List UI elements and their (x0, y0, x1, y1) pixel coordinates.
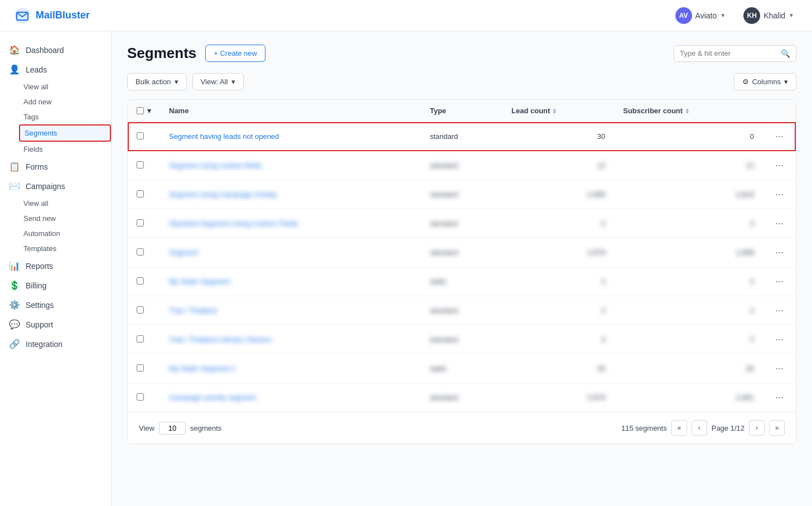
sidebar-leads-fields[interactable]: Fields (23, 142, 111, 157)
last-page-button[interactable]: » (769, 420, 785, 436)
sidebar-item-settings[interactable]: ⚙️ Settings (0, 295, 111, 315)
row-type-cell: static (421, 354, 502, 383)
sidebar-item-leads[interactable]: 👤 Leads (0, 60, 111, 79)
row-lead-count-cell: 2,999 (502, 180, 614, 209)
gear-icon: ⚙ (742, 78, 749, 86)
sidebar-item-integration[interactable]: 🔗 Integration (0, 334, 111, 354)
sidebar-settings-label: Settings (26, 301, 54, 310)
sidebar-item-support[interactable]: 💬 Support (0, 315, 111, 334)
row-checkbox[interactable] (137, 132, 144, 139)
row-actions-button[interactable]: ··· (772, 129, 787, 143)
row-lead-count-cell: 2,979 (502, 383, 614, 412)
sidebar-item-dashboard[interactable]: 🏠 Dashboard (0, 40, 111, 60)
row-actions-cell: ··· (763, 267, 796, 296)
row-lead-count-cell: 3 (502, 209, 614, 238)
sidebar-campaigns-viewall[interactable]: View all (23, 196, 111, 211)
header-name[interactable]: Name (160, 100, 421, 122)
row-type-cell: standard (421, 296, 502, 325)
row-actions-button[interactable]: ··· (772, 158, 787, 172)
row-actions-button[interactable]: ··· (772, 216, 787, 230)
account-aviato[interactable]: AV Aviato ▼ (671, 5, 731, 26)
row-actions-button[interactable]: ··· (772, 332, 787, 346)
logo[interactable]: MailBluster (13, 7, 90, 25)
row-subscriber-count-cell: 30 (614, 354, 763, 383)
first-page-button[interactable]: « (671, 420, 687, 436)
sidebar-item-billing[interactable]: 💲 Billing (0, 276, 111, 295)
sidebar-item-reports[interactable]: 📊 Reports (0, 256, 111, 276)
row-actions-cell: ··· (763, 151, 796, 180)
row-actions-button[interactable]: ··· (772, 245, 787, 259)
table-row: Segment using custom fieldsstandard1212·… (128, 151, 796, 180)
bulk-action-button[interactable]: Bulk action ▾ (127, 73, 187, 90)
campaigns-icon: ✉️ (9, 181, 20, 191)
row-checkbox[interactable] (137, 364, 144, 372)
row-checkbox[interactable] (137, 335, 144, 343)
toolbar-right: ⚙ Columns ▾ (734, 73, 796, 90)
row-name-cell: Segment having leads not opened (160, 122, 421, 151)
sort-icon-lead: ⇕ (552, 108, 557, 114)
sidebar-item-campaigns[interactable]: ✉️ Campaigns (0, 176, 111, 196)
row-subscriber-count-cell: 3 (614, 209, 763, 238)
sidebar-leads-segments[interactable]: Segments (19, 124, 111, 142)
segment-name-link[interactable]: Segment having leads not opened (169, 132, 279, 141)
row-actions-button[interactable]: ··· (772, 274, 787, 288)
billing-icon: 💲 (9, 280, 20, 291)
header-dropdown-arrow[interactable]: ▾ (147, 107, 151, 115)
reports-icon: 📊 (9, 261, 20, 271)
view-all-chevron: ▾ (231, 78, 235, 86)
row-lead-count-cell: 3 (502, 325, 614, 354)
search-input[interactable] (680, 49, 777, 57)
toolbar: Bulk action ▾ View: All ▾ ⚙ Columns ▾ (127, 73, 796, 90)
row-lead-count-cell: 30 (502, 122, 614, 151)
avatar-khalid: KH (743, 7, 760, 24)
view-all-button[interactable]: View: All ▾ (192, 73, 244, 90)
forms-icon: 📋 (9, 161, 20, 172)
sidebar: 🏠 Dashboard 👤 Leads View all Add new Tag… (0, 31, 112, 506)
table-header-row: ▾ Name Type Lead count ⇕ Subscriber coun… (128, 100, 796, 122)
row-actions-cell: ··· (763, 383, 796, 412)
row-name-cell: My Static Segment (160, 267, 421, 296)
row-checkbox[interactable] (137, 306, 144, 314)
prev-page-button[interactable]: ‹ (692, 420, 707, 436)
select-all-checkbox[interactable] (137, 107, 144, 114)
header-actions (763, 100, 796, 122)
row-actions-button[interactable]: ··· (772, 362, 787, 375)
account-khalid[interactable]: KH Khalid ▼ (739, 5, 799, 26)
row-checkbox[interactable] (137, 190, 144, 197)
row-actions-button[interactable]: ··· (772, 187, 787, 201)
row-checkbox[interactable] (137, 248, 144, 256)
row-actions-button[interactable]: ··· (772, 303, 787, 317)
row-actions-cell: ··· (763, 354, 796, 383)
row-lead-count-cell: 30 (502, 354, 614, 383)
header-type[interactable]: Type (421, 100, 502, 122)
pagination-left: View segments (139, 422, 221, 435)
row-subscriber-count-cell: 0 (614, 122, 763, 151)
header-lead-count[interactable]: Lead count ⇕ (502, 100, 614, 122)
page-size-input[interactable] (159, 422, 186, 435)
sidebar-campaigns-automation[interactable]: Automation (23, 226, 111, 241)
sidebar-leads-viewall[interactable]: View all (23, 79, 111, 94)
row-type-cell: standard (421, 238, 502, 267)
header-subscriber-count[interactable]: Subscriber count ⇕ (614, 100, 763, 122)
row-name-cell: My Static Segment 2 (160, 354, 421, 383)
sidebar-item-forms[interactable]: 📋 Forms (0, 157, 111, 176)
row-checkbox[interactable] (137, 277, 144, 285)
sidebar-campaigns-templates[interactable]: Templates (23, 241, 111, 256)
row-lead-count-cell: 2,979 (502, 238, 614, 267)
row-checkbox[interactable] (137, 219, 144, 227)
columns-button[interactable]: ⚙ Columns ▾ (734, 73, 796, 90)
row-type-cell: static (421, 267, 502, 296)
pagination-bar: View segments 115 segments « ‹ Page 1/12… (128, 412, 796, 444)
row-checkbox[interactable] (137, 393, 144, 401)
row-checkbox[interactable] (137, 161, 144, 168)
row-checkbox-cell (128, 209, 160, 238)
next-page-button[interactable]: › (749, 420, 765, 436)
sidebar-leads-addnew[interactable]: Add new (23, 94, 111, 109)
sidebar-campaigns-sendnew[interactable]: Send new (23, 211, 111, 226)
row-actions-button[interactable]: ··· (772, 391, 787, 404)
row-name-cell: Campaign activity segment (160, 383, 421, 412)
table-row: Thai / Thailandstandard33··· (128, 296, 796, 325)
sidebar-forms-label: Forms (26, 162, 48, 171)
create-new-button[interactable]: + Create new (205, 45, 265, 62)
sidebar-leads-tags[interactable]: Tags (23, 109, 111, 124)
